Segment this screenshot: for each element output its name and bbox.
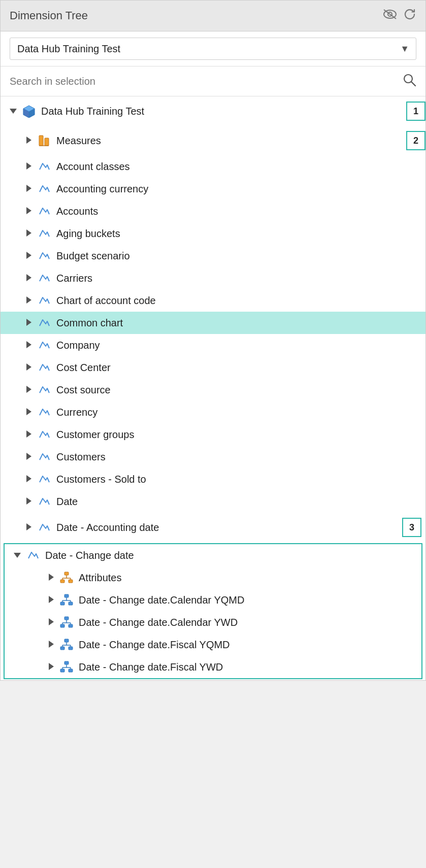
svg-rect-14 [69, 580, 73, 583]
cost-source-icon [36, 384, 52, 396]
common-chart-icon [36, 317, 52, 329]
svg-rect-9 [39, 136, 43, 146]
tree-item-common-chart[interactable]: Common chart [1, 312, 425, 334]
svg-rect-40 [64, 661, 69, 664]
svg-rect-20 [60, 602, 64, 605]
date-change-date-expand-btn[interactable] [12, 551, 23, 559]
accounts-expand-btn[interactable] [23, 207, 34, 216]
customers-icon [36, 451, 52, 463]
common-chart-expand-btn[interactable] [23, 319, 34, 327]
currency-expand-btn[interactable] [23, 408, 34, 417]
tree-item-account-classes[interactable]: Account classes [1, 155, 425, 178]
tree-item-date-change-calendar-ywd[interactable]: Date - Change date.Calendar YWD [5, 611, 421, 633]
tree-item-cost-center[interactable]: Cost Center [1, 356, 425, 379]
account-classes-expand-btn[interactable] [23, 162, 34, 171]
accounts-icon [36, 205, 52, 217]
svg-rect-35 [69, 647, 73, 650]
attributes-expand-btn[interactable] [45, 574, 56, 582]
svg-rect-13 [60, 580, 64, 583]
accounts-label: Accounts [56, 206, 425, 217]
account-classes-icon [36, 160, 52, 173]
tree-item-date-accounting-date[interactable]: Date - Accounting date 3 [1, 513, 425, 542]
svg-rect-19 [64, 594, 69, 597]
tree-item-currency[interactable]: Currency [1, 401, 425, 423]
budget-scenario-expand-btn[interactable] [23, 252, 34, 260]
cost-source-expand-btn[interactable] [23, 386, 34, 394]
tree-item-date-change-fiscal-yqmd[interactable]: Date - Change date.Fiscal YQMD [5, 633, 421, 656]
svg-rect-28 [69, 624, 73, 627]
tree-container: Data Hub Training Test 1 Measures 2 [1, 96, 425, 679]
currency-label: Currency [56, 407, 425, 418]
tree-item-customer-groups[interactable]: Customer groups [1, 423, 425, 446]
attributes-icon [58, 572, 75, 584]
tree-item-accounts[interactable]: Accounts [1, 200, 425, 222]
tree-item-chart-of-account-code[interactable]: Chart of account code [1, 289, 425, 312]
tree-item-measures[interactable]: Measures 2 [1, 126, 425, 155]
company-icon [36, 339, 52, 351]
refresh-icon[interactable] [403, 8, 416, 24]
date-change-date-icon [25, 549, 41, 561]
date-change-calendar-yqmd-icon [58, 594, 75, 606]
date-expand-btn[interactable] [23, 497, 34, 506]
svg-rect-34 [60, 647, 64, 650]
aging-buckets-label: Aging buckets [56, 228, 425, 240]
customers-expand-btn[interactable] [23, 453, 34, 461]
tree-item-cost-source[interactable]: Cost source [1, 379, 425, 401]
date-change-fiscal-ywd-expand-btn[interactable] [45, 663, 56, 672]
aging-buckets-expand-btn[interactable] [23, 229, 34, 238]
chart-of-account-code-label: Chart of account code [56, 295, 425, 307]
date-label: Date [56, 496, 425, 508]
cube-icon [21, 105, 37, 118]
aging-buckets-icon [36, 227, 52, 240]
svg-rect-21 [69, 602, 73, 605]
tree-item-company[interactable]: Company [1, 334, 425, 356]
svg-rect-41 [60, 669, 64, 672]
date-change-fiscal-yqmd-expand-btn[interactable] [45, 641, 56, 649]
carriers-icon [36, 272, 52, 284]
tree-item-attributes[interactable]: Attributes [5, 566, 421, 589]
accounting-currency-expand-btn[interactable] [23, 185, 34, 193]
search-icon [402, 73, 416, 90]
datasource-dropdown[interactable]: Data Hub Training Test [10, 38, 416, 60]
root-collapse-btn[interactable] [8, 107, 19, 115]
hide-icon[interactable] [383, 9, 397, 23]
tree-root[interactable]: Data Hub Training Test 1 [1, 96, 425, 126]
carriers-expand-btn[interactable] [23, 274, 34, 283]
common-chart-label: Common chart [56, 317, 425, 329]
header-icons [383, 8, 416, 24]
date-icon [36, 495, 52, 508]
tree-item-carriers[interactable]: Carriers [1, 267, 425, 289]
svg-rect-10 [45, 138, 49, 146]
tree-item-customers[interactable]: Customers [1, 446, 425, 468]
tree-item-aging-buckets[interactable]: Aging buckets [1, 222, 425, 245]
search-input[interactable] [10, 76, 402, 87]
dimension-tree-panel: Dimension Tree Data Hub Training Test ▼ [0, 0, 426, 681]
tree-item-customers-sold-to[interactable]: Customers - Sold to [1, 468, 425, 490]
date-change-calendar-yqmd-label: Date - Change date.Calendar YQMD [79, 594, 421, 606]
company-expand-btn[interactable] [23, 341, 34, 350]
svg-rect-33 [64, 639, 69, 642]
customers-label: Customers [56, 451, 425, 463]
tree-item-date[interactable]: Date [1, 490, 425, 513]
customers-sold-to-label: Customers - Sold to [56, 474, 425, 485]
currency-icon [36, 406, 52, 418]
tree-item-date-change-date[interactable]: Date - Change date [5, 544, 421, 566]
customers-sold-to-expand-btn[interactable] [23, 475, 34, 484]
carriers-label: Carriers [56, 273, 425, 284]
date-change-calendar-yqmd-expand-btn[interactable] [45, 596, 56, 605]
date-accounting-date-expand-btn[interactable] [23, 523, 34, 532]
chart-of-account-code-expand-btn[interactable] [23, 296, 34, 305]
customer-groups-expand-btn[interactable] [23, 430, 34, 439]
panel-title: Dimension Tree [10, 9, 88, 22]
tree-item-budget-scenario[interactable]: Budget scenario [1, 245, 425, 267]
measures-badge: 2 [406, 131, 425, 150]
tree-item-date-change-calendar-yqmd[interactable]: Date - Change date.Calendar YQMD [5, 589, 421, 611]
tree-item-date-change-fiscal-ywd[interactable]: Date - Change date.Fiscal YWD [5, 656, 421, 678]
measures-expand-btn[interactable] [23, 137, 34, 145]
date-change-fiscal-ywd-label: Date - Change date.Fiscal YWD [79, 661, 421, 673]
cost-center-expand-btn[interactable] [23, 363, 34, 372]
customer-groups-icon [36, 428, 52, 441]
dropdown-row: Data Hub Training Test ▼ [1, 31, 425, 66]
date-change-calendar-ywd-expand-btn[interactable] [45, 618, 56, 627]
tree-item-accounting-currency[interactable]: Accounting currency [1, 178, 425, 200]
